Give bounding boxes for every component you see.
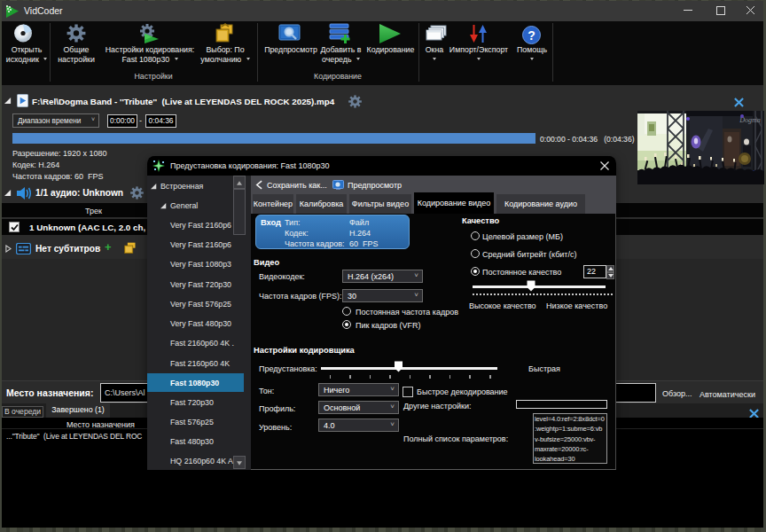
svg-text:?: ? bbox=[528, 28, 535, 43]
